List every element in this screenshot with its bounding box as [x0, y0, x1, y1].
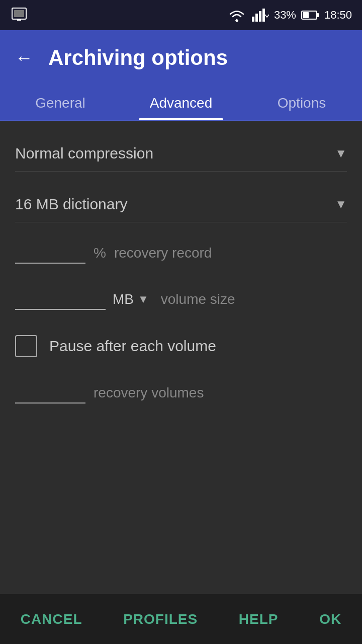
pause-checkbox[interactable]	[15, 335, 37, 357]
cancel-button[interactable]: CANCEL	[11, 604, 93, 634]
pause-label: Pause after each volume	[49, 338, 216, 355]
unit-select[interactable]: MB ▼	[113, 291, 149, 307]
compression-arrow-icon: ▼	[335, 146, 347, 160]
page-title: Archiving options	[48, 46, 228, 70]
volume-size-row: MB ▼ volume size	[15, 284, 347, 315]
recovery-volumes-row: recovery volumes	[15, 377, 347, 409]
compression-label: Normal compression	[15, 145, 153, 162]
content-area: Normal compression ▼ 16 MB dictionary ▼ …	[0, 121, 362, 424]
svg-rect-2	[17, 19, 21, 21]
svg-rect-5	[255, 14, 258, 22]
svg-rect-6	[259, 11, 261, 22]
battery-icon	[301, 10, 319, 21]
help-button[interactable]: HELP	[229, 604, 289, 634]
recovery-record-input[interactable]	[15, 243, 85, 264]
top-bar: ← Archiving options	[0, 30, 362, 86]
status-bar: 33% 18:50	[0, 0, 362, 30]
svg-point-3	[235, 20, 238, 22]
svg-rect-1	[14, 10, 24, 17]
dictionary-dropdown[interactable]: 16 MB dictionary ▼	[15, 187, 347, 222]
left-status-icon	[10, 5, 28, 25]
compression-dropdown[interactable]: Normal compression ▼	[15, 136, 347, 172]
back-button[interactable]: ←	[15, 47, 33, 68]
svg-rect-9	[317, 13, 319, 17]
ok-button[interactable]: OK	[309, 604, 351, 634]
dictionary-label: 16 MB dictionary	[15, 196, 127, 213]
unit-arrow-icon: ▼	[138, 293, 149, 306]
pause-checkbox-row: Pause after each volume	[15, 330, 347, 362]
dictionary-arrow-icon: ▼	[335, 197, 347, 211]
svg-rect-7	[262, 9, 265, 22]
unit-label: MB	[113, 291, 134, 307]
volume-size-input[interactable]	[15, 289, 106, 310]
svg-rect-10	[303, 12, 309, 18]
status-icons: 33% 18:50	[228, 8, 352, 23]
recovery-record-label: recovery record	[114, 245, 212, 261]
signal-icon	[251, 8, 269, 23]
bottom-bar: CANCEL PROFILES HELP OK	[0, 594, 362, 644]
recovery-record-row: % recovery record	[15, 237, 347, 269]
status-time: 18:50	[324, 9, 352, 22]
recovery-volumes-input[interactable]	[15, 382, 85, 404]
battery-percent: 33%	[274, 9, 296, 22]
recovery-volumes-label: recovery volumes	[94, 385, 204, 401]
profiles-button[interactable]: PROFILES	[113, 604, 208, 634]
wifi-icon	[228, 8, 246, 23]
volume-size-label: volume size	[161, 291, 235, 307]
tab-advanced[interactable]: Advanced	[121, 86, 241, 120]
tab-general[interactable]: General	[0, 86, 121, 120]
tab-options[interactable]: Options	[241, 86, 362, 120]
tab-bar: General Advanced Options	[0, 86, 362, 121]
percent-label: %	[94, 245, 106, 261]
svg-rect-4	[252, 17, 254, 22]
